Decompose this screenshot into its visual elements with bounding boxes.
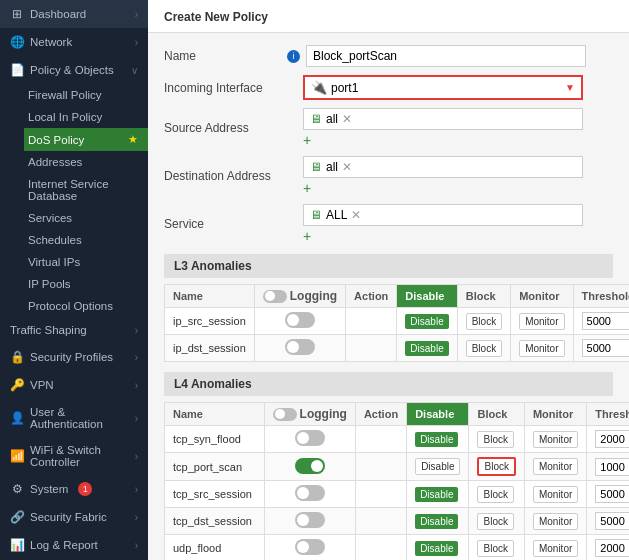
sidebar-item-traffic-shaping[interactable]: Traffic Shaping › bbox=[0, 317, 148, 343]
wifi-icon: 📶 bbox=[10, 449, 24, 463]
block-button[interactable]: Block bbox=[466, 340, 502, 357]
cell-action bbox=[355, 508, 406, 535]
vpn-icon: 🔑 bbox=[10, 378, 24, 392]
monitor-button[interactable]: Monitor bbox=[533, 431, 578, 448]
cell-monitor: Monitor bbox=[524, 508, 586, 535]
logging-toggle[interactable] bbox=[285, 339, 315, 355]
cell-action bbox=[355, 535, 406, 561]
remove-service-icon[interactable]: ✕ bbox=[351, 208, 361, 222]
block-button[interactable]: Block bbox=[477, 431, 513, 448]
sidebar-item-schedules[interactable]: Schedules bbox=[24, 229, 148, 251]
disable-button[interactable]: Disable bbox=[405, 341, 448, 356]
service-value: ALL bbox=[326, 208, 347, 222]
threshold-input[interactable] bbox=[595, 458, 629, 476]
service-label: Service bbox=[164, 217, 284, 231]
page-header: Create New Policy bbox=[148, 0, 629, 33]
threshold-input[interactable] bbox=[595, 539, 629, 557]
cell-name: ip_src_session bbox=[165, 308, 255, 335]
sidebar-item-ip-pools[interactable]: IP Pools bbox=[24, 273, 148, 295]
sidebar-item-security-fabric[interactable]: 🔗 Security Fabric › bbox=[0, 503, 148, 531]
sidebar-item-system[interactable]: ⚙ System 1 › bbox=[0, 475, 148, 503]
threshold-input[interactable] bbox=[582, 339, 629, 357]
sidebar-item-security-profiles[interactable]: 🔒 Security Profiles › bbox=[0, 343, 148, 371]
remove-destination-address-icon[interactable]: ✕ bbox=[342, 160, 352, 174]
sidebar-item-internet-service-db[interactable]: Internet Service Database bbox=[24, 173, 148, 207]
monitor-button[interactable]: Monitor bbox=[533, 486, 578, 503]
sidebar-item-label: Local In Policy bbox=[28, 111, 102, 123]
sidebar-item-dos-policy[interactable]: DoS Policy ★ bbox=[24, 128, 148, 151]
sidebar-item-virtual-ips[interactable]: Virtual IPs bbox=[24, 251, 148, 273]
cell-name: udp_flood bbox=[165, 535, 265, 561]
monitor-button[interactable]: Monitor bbox=[533, 458, 578, 475]
logging-toggle[interactable] bbox=[295, 458, 325, 474]
block-button[interactable]: Block bbox=[477, 457, 515, 476]
table-row: ip_src_sessionDisableBlockMonitor bbox=[165, 308, 630, 335]
cell-block: Block bbox=[469, 426, 524, 453]
sidebar-item-policy-objects[interactable]: 📄 Policy & Objects ∨ bbox=[0, 56, 148, 84]
sidebar-item-firewall-policy[interactable]: Firewall Policy bbox=[24, 84, 148, 106]
sidebar-item-network[interactable]: 🌐 Network › bbox=[0, 28, 148, 56]
sidebar-item-vpn[interactable]: 🔑 VPN › bbox=[0, 371, 148, 399]
disable-button[interactable]: Disable bbox=[415, 514, 458, 529]
threshold-input[interactable] bbox=[595, 512, 629, 530]
source-address-row: Source Address 🖥 all ✕ + bbox=[164, 108, 613, 148]
threshold-input[interactable] bbox=[595, 430, 629, 448]
cell-monitor: Monitor bbox=[524, 426, 586, 453]
disable-button[interactable]: Disable bbox=[415, 487, 458, 502]
interface-icon: 🔌 bbox=[311, 80, 327, 95]
chevron-right-icon: › bbox=[135, 484, 138, 495]
sidebar-item-label: System bbox=[30, 483, 68, 495]
sidebar-item-wifi-switch[interactable]: 📶 WiFi & Switch Controller › bbox=[0, 437, 148, 475]
cell-disable: Disable bbox=[397, 308, 457, 335]
sidebar-item-local-in-policy[interactable]: Local In Policy bbox=[24, 106, 148, 128]
sidebar-item-label: Security Fabric bbox=[30, 511, 107, 523]
monitor-button[interactable]: Monitor bbox=[533, 540, 578, 557]
cell-name: tcp_src_session bbox=[165, 481, 265, 508]
sidebar-item-label: VPN bbox=[30, 379, 54, 391]
sidebar-item-label: Virtual IPs bbox=[28, 256, 80, 268]
incoming-interface-label: Incoming Interface bbox=[164, 81, 284, 95]
disable-button[interactable]: Disable bbox=[415, 432, 458, 447]
sidebar-item-log-report[interactable]: 📊 Log & Report › bbox=[0, 531, 148, 559]
name-input[interactable] bbox=[306, 45, 586, 67]
threshold-input[interactable] bbox=[595, 485, 629, 503]
disable-button[interactable]: Disable bbox=[415, 541, 458, 556]
disable-button[interactable]: Disable bbox=[415, 458, 460, 475]
lock-icon: 🔒 bbox=[10, 350, 24, 364]
logging-toggle[interactable] bbox=[295, 539, 325, 555]
table-row: tcp_src_sessionDisableBlockMonitor bbox=[165, 481, 630, 508]
add-service-button[interactable]: + bbox=[303, 228, 583, 244]
info-icon[interactable]: i bbox=[287, 50, 300, 63]
remove-source-address-icon[interactable]: ✕ bbox=[342, 112, 352, 126]
block-button[interactable]: Block bbox=[477, 540, 513, 557]
sidebar-item-protocol-options[interactable]: Protocol Options bbox=[24, 295, 148, 317]
service-icon: 🖥 bbox=[310, 208, 322, 222]
incoming-interface-select[interactable]: 🔌 port1 ▼ bbox=[303, 75, 583, 100]
logging-toggle[interactable] bbox=[295, 430, 325, 446]
block-button[interactable]: Block bbox=[477, 513, 513, 530]
monitor-button[interactable]: Monitor bbox=[533, 513, 578, 530]
sidebar-item-services[interactable]: Services bbox=[24, 207, 148, 229]
logging-toggle[interactable] bbox=[285, 312, 315, 328]
col-monitor: Monitor bbox=[511, 285, 573, 308]
sidebar-item-dashboard[interactable]: ⊞ Dashboard › bbox=[0, 0, 148, 28]
block-button[interactable]: Block bbox=[477, 486, 513, 503]
chevron-right-icon: › bbox=[135, 325, 138, 336]
block-button[interactable]: Block bbox=[466, 313, 502, 330]
monitor-button[interactable]: Monitor bbox=[519, 340, 564, 357]
cell-action bbox=[355, 453, 406, 481]
sidebar-item-user-auth[interactable]: 👤 User & Authentication › bbox=[0, 399, 148, 437]
add-destination-address-button[interactable]: + bbox=[303, 180, 583, 196]
destination-address-row: Destination Address 🖥 all ✕ + bbox=[164, 156, 613, 196]
disable-button[interactable]: Disable bbox=[405, 314, 448, 329]
cell-monitor: Monitor bbox=[524, 535, 586, 561]
threshold-input[interactable] bbox=[582, 312, 629, 330]
monitor-button[interactable]: Monitor bbox=[519, 313, 564, 330]
logging-toggle[interactable] bbox=[295, 512, 325, 528]
sidebar-item-addresses[interactable]: Addresses bbox=[24, 151, 148, 173]
col-name: Name bbox=[165, 285, 255, 308]
sidebar-item-label: Firewall Policy bbox=[28, 89, 102, 101]
logging-toggle[interactable] bbox=[295, 485, 325, 501]
address-icon: 🖥 bbox=[310, 112, 322, 126]
add-source-address-button[interactable]: + bbox=[303, 132, 583, 148]
